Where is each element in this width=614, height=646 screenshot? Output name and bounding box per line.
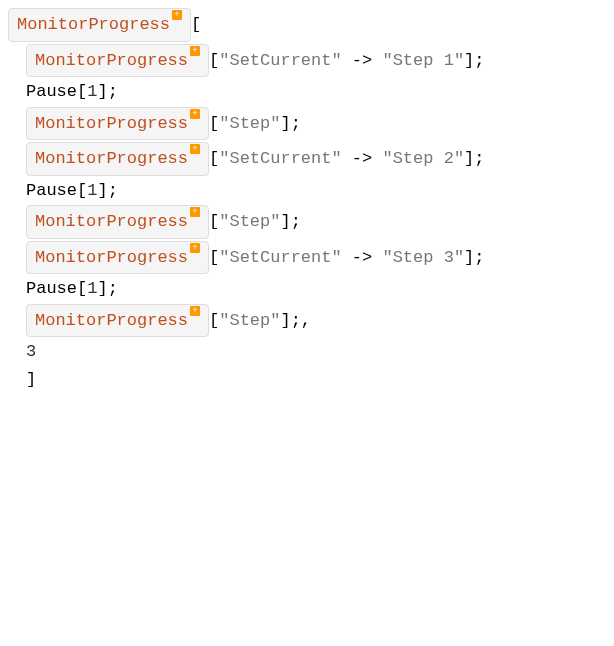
semicolon: ; xyxy=(291,212,301,231)
plus-icon: + xyxy=(190,46,200,56)
resource-fn-box: MonitorProgress+ xyxy=(26,142,209,176)
resource-fn-name: MonitorProgress xyxy=(35,114,188,133)
code-line-9: Pause[1]; xyxy=(8,276,606,302)
arrow: -> xyxy=(342,248,383,267)
number-1: 1 xyxy=(87,82,97,101)
close-bracket: ] xyxy=(280,311,290,330)
resource-fn-box: MonitorProgress+ xyxy=(26,304,209,338)
close-bracket: ] xyxy=(280,212,290,231)
plus-icon: + xyxy=(190,207,200,217)
semicolon: ; xyxy=(108,279,118,298)
semicolon: ; xyxy=(291,114,301,133)
close-bracket: ] xyxy=(280,114,290,133)
plus-icon: + xyxy=(190,109,200,119)
number-1: 1 xyxy=(87,181,97,200)
close-bracket: ] xyxy=(464,51,474,70)
plus-icon: + xyxy=(172,10,182,20)
resource-fn-name: MonitorProgress xyxy=(17,15,170,34)
close-bracket: ] xyxy=(26,370,36,389)
arrow: -> xyxy=(342,149,383,168)
pause-fn: Pause xyxy=(26,82,77,101)
resource-fn-name: MonitorProgress xyxy=(35,149,188,168)
resource-fn-box: MonitorProgress+ xyxy=(26,44,209,78)
resource-fn-box: MonitorProgress+ xyxy=(26,205,209,239)
comma: , xyxy=(301,311,311,330)
arrow: -> xyxy=(342,51,383,70)
close-bracket: ] xyxy=(464,248,474,267)
string-setcurrent: "SetCurrent" xyxy=(219,51,341,70)
open-bracket: [ xyxy=(209,311,219,330)
string-step1: "Step 1" xyxy=(382,51,464,70)
code-line-1: MonitorProgress+ [ xyxy=(8,8,606,42)
pause-fn: Pause xyxy=(26,181,77,200)
close-bracket: ] xyxy=(97,279,107,298)
code-line-10: MonitorProgress+ ["Step"];, xyxy=(8,304,606,338)
string-step: "Step" xyxy=(219,311,280,330)
open-bracket: [ xyxy=(77,181,87,200)
string-step2: "Step 2" xyxy=(382,149,464,168)
semicolon: ; xyxy=(474,149,484,168)
resource-fn-box: MonitorProgress+ xyxy=(26,107,209,141)
pause-fn: Pause xyxy=(26,279,77,298)
string-setcurrent: "SetCurrent" xyxy=(219,149,341,168)
plus-icon: + xyxy=(190,243,200,253)
semicolon: ; xyxy=(474,51,484,70)
open-bracket: [ xyxy=(77,279,87,298)
open-bracket: [ xyxy=(209,212,219,231)
code-line-4: MonitorProgress+ ["Step"]; xyxy=(8,107,606,141)
semicolon: ; xyxy=(291,311,301,330)
code-line-2: MonitorProgress+ ["SetCurrent" -> "Step … xyxy=(8,44,606,78)
open-bracket: [ xyxy=(209,149,219,168)
close-bracket: ] xyxy=(97,82,107,101)
resource-fn-box: MonitorProgress+ xyxy=(26,241,209,275)
code-line-5: MonitorProgress+ ["SetCurrent" -> "Step … xyxy=(8,142,606,176)
resource-fn-name: MonitorProgress xyxy=(35,51,188,70)
close-bracket: ] xyxy=(97,181,107,200)
semicolon: ; xyxy=(108,82,118,101)
string-step3: "Step 3" xyxy=(382,248,464,267)
resource-fn-box: MonitorProgress+ xyxy=(8,8,191,42)
open-bracket: [ xyxy=(77,82,87,101)
plus-icon: + xyxy=(190,306,200,316)
resource-fn-name: MonitorProgress xyxy=(35,248,188,267)
plus-icon: + xyxy=(190,144,200,154)
open-bracket: [ xyxy=(209,114,219,133)
string-setcurrent: "SetCurrent" xyxy=(219,248,341,267)
open-bracket: [ xyxy=(191,15,201,34)
code-line-8: MonitorProgress+ ["SetCurrent" -> "Step … xyxy=(8,241,606,275)
semicolon: ; xyxy=(108,181,118,200)
resource-fn-name: MonitorProgress xyxy=(35,311,188,330)
string-step: "Step" xyxy=(219,114,280,133)
string-step: "Step" xyxy=(219,212,280,231)
resource-fn-name: MonitorProgress xyxy=(35,212,188,231)
open-bracket: [ xyxy=(209,248,219,267)
code-line-6: Pause[1]; xyxy=(8,178,606,204)
number-1: 1 xyxy=(87,279,97,298)
code-line-3: Pause[1]; xyxy=(8,79,606,105)
number-3: 3 xyxy=(26,342,36,361)
semicolon: ; xyxy=(474,248,484,267)
code-line-7: MonitorProgress+ ["Step"]; xyxy=(8,205,606,239)
code-line-11: 3 xyxy=(8,339,606,365)
code-line-12: ] xyxy=(8,367,606,393)
close-bracket: ] xyxy=(464,149,474,168)
open-bracket: [ xyxy=(209,51,219,70)
